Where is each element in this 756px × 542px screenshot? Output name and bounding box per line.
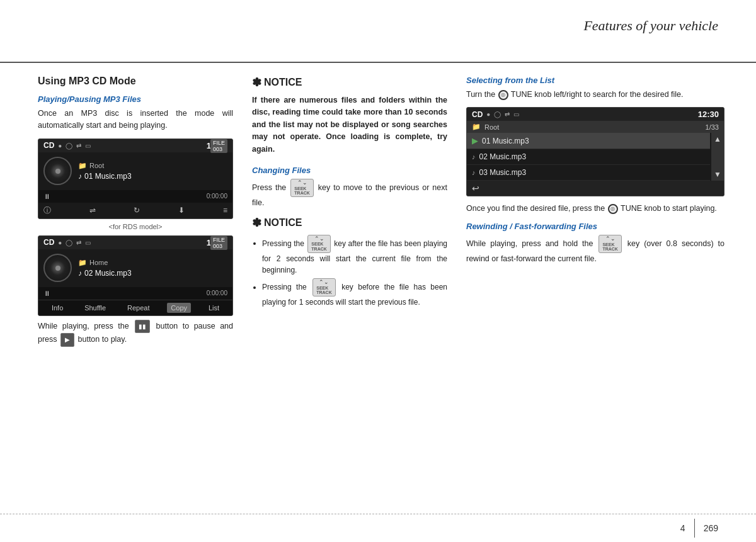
footer-divider (694, 519, 695, 538)
play-button-inline: ▶ (60, 333, 74, 347)
seek-track-btn-1: ⌃⌄ SEEKTRACK (290, 179, 314, 197)
list-time: 12:30 (698, 110, 719, 119)
middle-column: ✽ NOTICE If there are numerous files and… (252, 76, 447, 501)
page-header: Features of your vehicle (0, 0, 756, 63)
cd-topbar-1: CD ● ◯ ⇄ ▭ 12:30 FILE003 (38, 139, 232, 152)
cd-main-area-1: 📁 Root ♪ 01 Music.mp3 (38, 152, 232, 190)
folder-icon-list: 📁 (472, 123, 481, 131)
pause-btn-1: ⏸ (43, 193, 50, 200)
cd-topbar-2: CD ● ◯ ⇄ ▭ 12:30 FILE003 (38, 236, 232, 249)
arrows-icon-1: ⇄ (76, 142, 81, 149)
cd-controls-2: ⏸ 0:00:00 (38, 287, 232, 300)
cd-folder-1: 📁 Root (78, 162, 132, 170)
note-icon-list-2: ♪ (472, 153, 476, 161)
cd-screen-2: CD ● ◯ ⇄ ▭ 12:30 FILE003 📁 Home ♪ (38, 235, 233, 316)
bottom-text: While playing, press the ▮▮ button to pa… (38, 320, 233, 347)
cd-track-1: ♪ 01 Music.mp3 (78, 172, 132, 181)
left-column: Using MP3 CD Mode Playing/Pausing MP3 Fi… (38, 76, 233, 501)
cd-disc-1 (43, 157, 72, 185)
pause-button-inline: ▮▮ (135, 320, 150, 334)
page-num-left: 4 (680, 523, 685, 533)
list-item-3: ♪ 03 Music.mp3 (467, 165, 710, 181)
notice-star-2: ✽ (252, 216, 261, 230)
cd-controls-1: ⏸ 0:00:00 (38, 190, 232, 203)
repeat-icon-1: ↻ (134, 206, 140, 215)
info-icon-1: ⓘ (43, 205, 51, 216)
folder-icon-2: 📁 (78, 259, 87, 267)
back-icon: ↩ (472, 183, 479, 193)
notice-box-1: ✽ NOTICE If there are numerous files and… (252, 76, 447, 155)
scroll-down-arrow[interactable]: ▼ (714, 171, 721, 178)
tune-knob-1: ◎ (498, 90, 508, 100)
list-cd-label: CD (472, 110, 483, 119)
cd-info-1: 📁 Root ♪ 01 Music.mp3 (78, 162, 132, 181)
pause-btn-2: ⏸ (43, 290, 50, 297)
cd-progress-1: 0:00:00 (207, 193, 227, 200)
seek-track-btn-3: ⌃⌄ SEEKTRACK (312, 278, 336, 296)
list-body: ▶ 01 Music.mp3 ♪ 02 Music.mp3 ♪ 03 Music… (467, 133, 724, 181)
file-badge-1: FILE003 (210, 139, 227, 153)
bullet-item-1: Pressing the ⌃⌄ SEEKTRACK key after the … (262, 235, 447, 276)
subsection1-title: Playing/Pausing MP3 Files (38, 94, 233, 104)
menu-copy[interactable]: Copy (167, 303, 191, 313)
cd-menu-bar-2: Info Shuffle Repeat Copy List (38, 300, 232, 315)
cd-screen-1: CD ● ◯ ⇄ ▭ 12:30 FILE003 📁 Root ♪ (38, 138, 233, 219)
scroll-up-arrow[interactable]: ▲ (714, 135, 721, 143)
notice-star-1: ✽ (252, 76, 261, 89)
list-screen: CD ● ◯ ⇄ ▭ 12:30 📁 Root 1/33 ▶ (466, 107, 724, 196)
note-icon-1: ♪ (78, 172, 82, 181)
cd-bottom-bar-1: ⓘ ⇌ ↻ ⬇ ≡ (38, 203, 232, 218)
bullet-item-2: Pressing the ⌃⌄ SEEKTRACK key before the… (262, 278, 447, 308)
notice-body-1: If there are numerous files and folders … (252, 94, 447, 155)
list-topbar: CD ● ◯ ⇄ ▭ 12:30 (467, 108, 724, 121)
list-folder-bar: 📁 Root 1/33 (467, 121, 724, 133)
page-number: 4 269 (680, 519, 718, 538)
section-title: Using MP3 CD Mode (38, 76, 233, 87)
list-icon-1: ≡ (223, 206, 227, 215)
cd-folder-2: 📁 Home (78, 259, 132, 267)
bluetooth-icon-1: ● (58, 142, 62, 149)
menu-repeat[interactable]: Repeat (123, 303, 153, 313)
battery-icon-2: ▭ (85, 239, 91, 246)
menu-list[interactable]: List (205, 303, 223, 313)
save-icon-1: ⬇ (178, 206, 185, 215)
cd-info-2: 📁 Home ♪ 02 Music.mp3 (78, 259, 132, 278)
notice-title-2: ✽ NOTICE (252, 216, 447, 230)
cd-label-2: CD (43, 238, 54, 247)
subsection2-body: Press the ⌃⌄ SEEKTRACK key to move to th… (252, 179, 447, 210)
list-bt-icon: ● (486, 111, 490, 118)
main-content: Using MP3 CD Mode Playing/Pausing MP3 Fi… (0, 63, 756, 514)
folder-icon-1: 📁 (78, 162, 87, 170)
note-icon-list-3: ♪ (472, 169, 476, 176)
cd-disc-2 (43, 254, 72, 282)
page-title: Features of your vehicle (583, 18, 718, 34)
right-subsection1-title: Selecting from the List (466, 76, 724, 85)
right-column: Selecting from the List Turn the ◎ TUNE … (466, 76, 724, 501)
shuffle-icon-1: ⇌ (89, 206, 96, 215)
list-scrollbar[interactable]: ▲ ▼ (711, 133, 724, 181)
list-arrows-icon: ⇄ (505, 111, 510, 118)
menu-info[interactable]: Info (48, 303, 67, 313)
notice-bullet-list: Pressing the ⌃⌄ SEEKTRACK key after the … (252, 235, 447, 308)
note-icon-2: ♪ (78, 269, 82, 278)
list-battery-icon: ▭ (513, 111, 519, 118)
tune-knob-2: ◎ (608, 204, 618, 214)
battery-icon-1: ▭ (85, 142, 91, 149)
cd-label-1: CD (43, 141, 54, 150)
list-item-2: ♪ 02 Music.mp3 (467, 149, 710, 165)
arrows-icon-2: ⇄ (76, 239, 81, 246)
file-badge-2: FILE003 (210, 236, 227, 250)
seek-track-btn-2: ⌃⌄ SEEKTRACK (307, 235, 331, 253)
menu-shuffle[interactable]: Shuffle (81, 303, 110, 313)
right-subsection2-title: Rewinding / Fast-forwarding Files (466, 222, 724, 231)
list-back-bar: ↩ (467, 181, 724, 196)
seek-track-btn-right: ⌃⌄ SEEKTRACK (598, 235, 622, 253)
page-num-right: 269 (704, 523, 718, 533)
right-subsection1-body: Turn the ◎ TUNE knob left/right to searc… (466, 89, 724, 101)
notice-box-2: ✽ NOTICE Pressing the ⌃⌄ SEEKTRACK key a… (252, 216, 447, 308)
after-list-text: Once you find the desired file, press th… (466, 203, 724, 215)
cd-progress-2: 0:00:00 (207, 290, 227, 296)
list-item-1: ▶ 01 Music.mp3 (467, 133, 710, 149)
right-subsection2-body: While playing, press and hold the ⌃⌄ SEE… (466, 235, 724, 266)
notice-title-1: ✽ NOTICE (252, 76, 447, 89)
